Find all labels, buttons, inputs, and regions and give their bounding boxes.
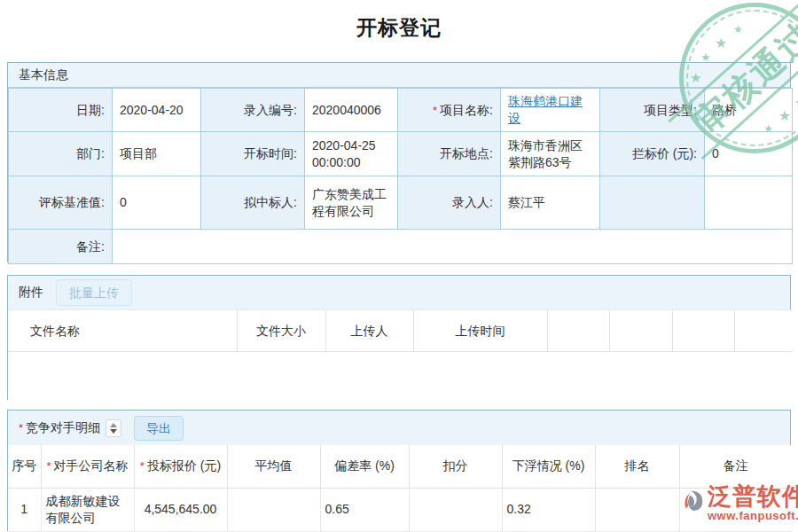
attachments-empty-body <box>8 352 792 401</box>
attachments-title: 附件 <box>19 285 43 301</box>
attachments-empty-area <box>8 352 792 401</box>
col-downward-float: 下浮情况 (%) <box>502 445 595 488</box>
col-ranking: 排名 <box>595 445 679 488</box>
attachments-header-row: 文件名称 文件大小 上传人 上传时间 <box>8 310 792 352</box>
eval-base-label: 评标基准值: <box>9 176 113 230</box>
eval-base-value: 0 <box>113 176 201 230</box>
competitors-table: 序号 *对手公司名称 *投标报价 (元) 平均值 偏差率 (%) 扣分 下浮情况… <box>8 445 792 532</box>
fanpu-logo-text: 泛普软件 www.fanpusoft.com <box>708 484 798 522</box>
cell-seq: 1 <box>8 488 41 531</box>
sort-down-arrow-icon <box>110 429 117 434</box>
col-seq: 序号 <box>8 445 41 488</box>
page-title: 开标登记 <box>0 14 798 42</box>
fanpu-logo-name: 泛普软件 <box>708 484 798 511</box>
cell-deviation-rate: 0.65 <box>320 488 409 531</box>
date-label: 日期: <box>9 89 113 132</box>
department-value: 项目部 <box>113 132 201 176</box>
ceiling-price-value: 0 <box>705 132 793 176</box>
export-button[interactable]: 导出 <box>134 416 184 441</box>
empty-value-cell <box>705 176 793 230</box>
project-type-value: 路桥 <box>705 89 793 132</box>
bid-open-time-label: 开标时间: <box>201 132 305 176</box>
competitors-title: 竞争对手明细 <box>26 420 100 436</box>
attachments-header: 附件 批量上传 <box>8 276 790 309</box>
basic-info-panel: 基本信息 日期: 2020-04-20 录入编号: 2020040006 *项目… <box>7 62 791 262</box>
cell-ranking <box>595 488 679 531</box>
page: 开标登记 基本信息 日期: 2020-04-20 录入编号: 202004000… <box>0 0 798 532</box>
project-type-label: 项目类型: <box>600 89 705 132</box>
project-name-cell: 珠海鹤港口建设 <box>501 89 600 132</box>
col-empty-1 <box>547 310 609 352</box>
col-uploader: 上传人 <box>325 310 413 352</box>
cell-bid-price: 4,545,645.00 <box>134 488 227 531</box>
col-bid-price: *投标报价 (元) <box>134 445 227 488</box>
basic-info-title: 基本信息 <box>19 67 68 83</box>
bid-open-time-value: 2020-04-25 00:00:00 <box>305 132 398 176</box>
project-name-label: *项目名称: <box>398 89 501 132</box>
sort-icon[interactable] <box>106 419 121 437</box>
proposed-winner-label: 拟中标人: <box>201 176 305 230</box>
fanpu-logo-url: www.fanpusoft.com <box>708 509 798 522</box>
entry-no-value: 2020040006 <box>305 89 398 132</box>
fanpu-logo-icon <box>679 488 706 514</box>
basic-info-header: 基本信息 <box>8 63 790 88</box>
remarks-value <box>113 230 793 264</box>
cell-average <box>227 488 320 531</box>
entry-no-label: 录入编号: <box>201 89 305 132</box>
empty-label-cell <box>600 176 705 230</box>
required-marker: * <box>433 104 437 117</box>
entered-by-label: 录入人: <box>398 176 501 230</box>
col-empty-3 <box>672 310 734 352</box>
bid-open-place-value: 珠海市香洲区紫荆路63号 <box>501 132 600 176</box>
required-marker: * <box>19 421 23 434</box>
basic-row-1: 日期: 2020-04-20 录入编号: 2020040006 *项目名称: 珠… <box>9 89 793 132</box>
competitor-row[interactable]: 1 成都新敏建设有限公司 4,545,645.00 0.65 0.32 <box>8 488 792 531</box>
basic-row-2: 部门: 项目部 开标时间: 2020-04-25 00:00:00 开标地点: … <box>9 132 793 176</box>
proposed-winner-value: 广东赞美成工程有限公司 <box>305 176 398 230</box>
project-name-link[interactable]: 珠海鹤港口建设 <box>508 94 583 125</box>
department-label: 部门: <box>9 132 113 176</box>
col-empty-4 <box>734 310 792 352</box>
required-marker: * <box>140 459 145 473</box>
competitors-header: * 竞争对手明细 导出 <box>8 411 790 445</box>
ceiling-price-label: 拦标价 (元): <box>600 132 705 176</box>
bid-open-place-label: 开标地点: <box>398 132 501 176</box>
star-icon: ★ <box>794 96 798 109</box>
basic-row-3: 评标基准值: 0 拟中标人: 广东赞美成工程有限公司 录入人: 蔡江平 <box>9 176 793 230</box>
col-upload-time: 上传时间 <box>413 310 547 352</box>
basic-row-4: 备注: <box>9 230 793 264</box>
cell-downward-float: 0.32 <box>502 488 595 531</box>
attachments-panel: 附件 批量上传 文件名称 文件大小 上传人 上传时间 <box>7 275 791 400</box>
cell-deduction <box>409 488 502 531</box>
cell-company: 成都新敏建设有限公司 <box>41 488 134 531</box>
col-file-name: 文件名称 <box>8 310 237 352</box>
col-empty-2 <box>609 310 672 352</box>
col-remarks: 备注 <box>679 445 792 488</box>
attachments-table: 文件名称 文件大小 上传人 上传时间 <box>8 309 792 401</box>
col-file-size: 文件大小 <box>237 310 325 352</box>
col-deviation-rate: 偏差率 (%) <box>320 445 409 488</box>
basic-info-table: 日期: 2020-04-20 录入编号: 2020040006 *项目名称: 珠… <box>8 88 793 264</box>
remarks-label: 备注: <box>9 230 113 264</box>
competitors-header-row: 序号 *对手公司名称 *投标报价 (元) 平均值 偏差率 (%) 扣分 下浮情况… <box>8 445 792 488</box>
col-deduction: 扣分 <box>409 445 502 488</box>
sort-up-arrow-icon <box>110 423 117 427</box>
fanpu-logo: 泛普软件 www.fanpusoft.com <box>679 484 798 522</box>
col-average: 平均值 <box>227 445 320 488</box>
batch-upload-button[interactable]: 批量上传 <box>56 279 132 306</box>
entered-by-value: 蔡江平 <box>501 176 600 230</box>
competitors-panel: * 竞争对手明细 导出 序号 *对手公司名称 *投标报价 (元) <box>7 410 791 531</box>
date-value: 2020-04-20 <box>113 89 201 132</box>
col-company: *对手公司名称 <box>41 445 134 488</box>
required-marker: * <box>46 459 51 473</box>
